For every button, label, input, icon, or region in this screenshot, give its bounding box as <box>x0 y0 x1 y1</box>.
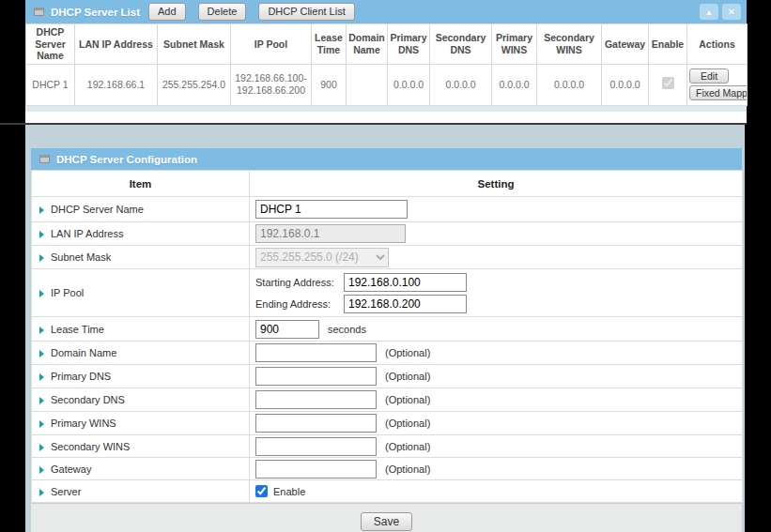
starting-address-input[interactable] <box>344 273 467 292</box>
bullet-icon <box>39 290 44 297</box>
lan-ip-address-input <box>255 224 406 243</box>
bullet-icon <box>39 397 44 404</box>
item-label: Primary WINS <box>51 418 116 429</box>
bullet-icon <box>39 466 44 474</box>
header-item: Item <box>32 171 250 197</box>
delete-button[interactable]: Delete <box>198 3 247 21</box>
window-controls: ▴ ✕ <box>700 4 741 20</box>
dhcp-server-list-panel: DHCP Server List Add Delete DHCP Client … <box>25 0 747 123</box>
header-setting: Setting <box>250 171 743 197</box>
row-domain-name: Domain Name (Optional) <box>32 342 743 365</box>
cell-ip-pool: 192.168.66.100-192.168.66.200 <box>231 64 312 105</box>
server-enable-checkbox[interactable] <box>255 485 268 497</box>
primary-dns-input[interactable] <box>255 367 377 386</box>
dhcp-server-name-input[interactable] <box>255 200 408 219</box>
dhcp-client-list-button[interactable]: DHCP Client List <box>258 3 354 21</box>
item-label: Secondary DNS <box>51 394 125 405</box>
optional-hint: (Optional) <box>385 371 430 382</box>
cell-name: DHCP 1 <box>26 64 75 105</box>
ending-address-input[interactable] <box>344 295 467 313</box>
cell-secondary-dns: 0.0.0.0 <box>430 64 492 105</box>
optional-hint: (Optional) <box>385 394 430 405</box>
row-subnet-mask: Subnet Mask 255.255.255.0 (/24) <box>32 246 743 269</box>
bullet-icon <box>39 254 44 262</box>
cell-secondary-wins: 0.0.0.0 <box>537 64 602 105</box>
bullet-icon <box>39 489 44 496</box>
item-label: IP Pool <box>51 287 84 298</box>
item-label: Secondary WINS <box>51 441 130 452</box>
config-footer: Save <box>31 503 742 532</box>
item-label: Gateway <box>51 464 91 475</box>
config-header-row: Item Setting <box>32 171 743 197</box>
save-button[interactable]: Save <box>361 512 412 531</box>
dhcp-server-list-titlebar: DHCP Server List Add Delete DHCP Client … <box>25 0 747 23</box>
col-secondary-dns: Secondary DNS <box>430 24 492 65</box>
item-label: Domain Name <box>51 347 116 358</box>
col-secondary-wins: Secondary WINS <box>537 24 602 65</box>
row-server: Server Enable <box>32 480 743 503</box>
col-primary-wins: Primary WINS <box>492 24 537 65</box>
panel-title: DHCP Server List <box>51 7 140 18</box>
add-button[interactable]: Add <box>148 3 186 21</box>
cell-lease: 900 <box>312 64 347 105</box>
col-lease-time: Lease Time <box>312 24 347 65</box>
optional-hint: (Optional) <box>385 347 430 358</box>
server-enable-label: Enable <box>273 486 305 497</box>
collapse-icon[interactable]: ▴ <box>700 4 718 20</box>
row-dhcp-server-name: DHCP Server Name <box>32 197 743 222</box>
table-header-row: DHCP Server Name LAN IP Address Subnet M… <box>26 24 748 65</box>
starting-address-label: Starting Address: <box>255 277 344 288</box>
subnet-mask-select: 255.255.255.0 (/24) <box>255 248 389 267</box>
optional-hint: (Optional) <box>385 418 430 429</box>
ending-address-label: Ending Address: <box>255 298 344 310</box>
panel-window-icon <box>34 8 44 16</box>
col-domain-name: Domain Name <box>347 24 388 65</box>
col-primary-dns: Primary DNS <box>388 24 430 65</box>
item-label: Server <box>51 486 81 497</box>
row-lan-ip-address: LAN IP Address <box>32 222 743 246</box>
primary-wins-input[interactable] <box>255 414 377 433</box>
cell-domain <box>347 64 388 105</box>
col-ip-pool: IP Pool <box>231 24 312 65</box>
bullet-icon <box>39 444 44 451</box>
panel-bottom-strip <box>25 106 747 112</box>
row-gateway: Gateway (Optional) <box>32 458 743 480</box>
panel-window-icon <box>39 155 50 163</box>
domain-name-input[interactable] <box>255 343 377 362</box>
secondary-dns-input[interactable] <box>255 390 377 409</box>
row-enable-checkbox <box>662 77 674 89</box>
fixed-mapping-button[interactable]: Fixed Mapping <box>689 85 748 100</box>
row-primary-wins: Primary WINS (Optional) <box>32 412 743 435</box>
item-label: DHCP Server Name <box>51 204 144 215</box>
bullet-icon <box>39 231 44 238</box>
bullet-icon <box>39 206 44 214</box>
col-subnet-mask: Subnet Mask <box>158 24 231 65</box>
row-secondary-wins: Secondary WINS (Optional) <box>32 435 743 458</box>
gateway-input[interactable] <box>255 460 377 479</box>
dhcp-server-configuration-panel: DHCP Server Configuration Item Setting D… <box>31 148 742 532</box>
row-primary-dns: Primary DNS (Optional) <box>32 365 743 388</box>
dhcp-server-configuration-table: Item Setting DHCP Server Name LAN IP Add… <box>31 170 743 503</box>
optional-hint: (Optional) <box>385 441 430 452</box>
table-row: DHCP 1 192.168.66.1 255.255.254.0 192.16… <box>26 64 748 105</box>
cell-gateway: 0.0.0.0 <box>602 64 649 105</box>
row-ip-pool: IP Pool Starting Address: Ending Address… <box>32 269 743 317</box>
close-icon[interactable]: ✕ <box>722 4 741 20</box>
col-dhcp-server-name: DHCP Server Name <box>26 24 75 65</box>
cell-enable <box>649 64 687 105</box>
cell-primary-wins: 0.0.0.0 <box>492 64 537 105</box>
edit-button[interactable]: Edit <box>689 68 729 84</box>
cell-lan-ip: 192.168.66.1 <box>75 64 158 105</box>
optional-hint: (Optional) <box>385 464 430 475</box>
item-label: Lease Time <box>51 324 104 335</box>
bullet-icon <box>39 420 44 428</box>
config-background-band: DHCP Server Configuration Item Setting D… <box>25 125 745 532</box>
bullet-icon <box>39 373 44 381</box>
item-label: Subnet Mask <box>51 251 111 263</box>
bullet-icon <box>39 350 44 357</box>
lease-time-input[interactable] <box>255 320 319 339</box>
secondary-wins-input[interactable] <box>255 437 377 456</box>
col-lan-ip: LAN IP Address <box>75 24 158 65</box>
dhcp-server-list-table: DHCP Server Name LAN IP Address Subnet M… <box>25 23 748 106</box>
bullet-icon <box>39 327 44 334</box>
